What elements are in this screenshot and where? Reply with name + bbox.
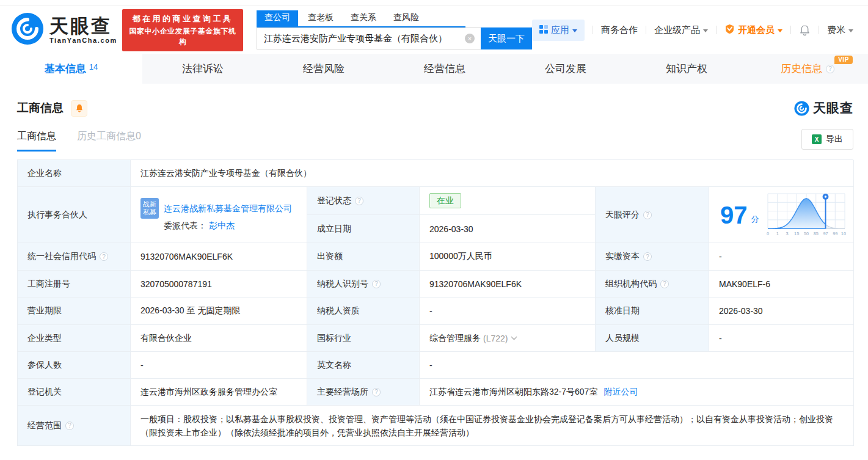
tab-count: 14 xyxy=(89,62,98,71)
svg-text:99: 99 xyxy=(833,231,837,236)
help-icon[interactable]: ? xyxy=(65,422,74,430)
fund-manager-badge: 战新 私募 xyxy=(140,198,159,219)
company-type-value: 有限合伙企业 xyxy=(131,325,307,352)
apps-menu[interactable]: 应用 xyxy=(532,20,585,41)
tab-operation-risk[interactable]: 经营风险 xyxy=(263,54,384,84)
search-button[interactable]: 天眼一下 xyxy=(481,27,532,49)
clear-search-icon[interactable]: × xyxy=(465,34,475,43)
bell-icon xyxy=(799,24,811,36)
paid-capital-label: 实缴资本? xyxy=(596,243,709,271)
establish-date-label: 成立日期 xyxy=(307,215,420,243)
taxpayer-id-label: 纳税人识别号? xyxy=(307,271,420,298)
search-tab-relation[interactable]: 查关系 xyxy=(351,10,376,26)
tab-operation-info[interactable]: 经营信息 xyxy=(384,54,505,84)
taxpayer-qualification-label: 纳税人资质 xyxy=(307,298,420,325)
business-term-value: 2026-03-30 至 无固定期限 xyxy=(131,298,307,325)
tianyancha-logo[interactable]: 天眼查 TianYanCha.com xyxy=(11,12,117,48)
tab-label: 基本信息 xyxy=(45,62,86,76)
tab-label: 历史信息 xyxy=(781,62,822,76)
capital-value: 100000万人民币 xyxy=(420,243,596,271)
uscc-label: 统一社会信用代码? xyxy=(18,243,131,271)
tianyan-score-label: 天眼评分 ? xyxy=(596,187,709,243)
establish-date-value: 2026-03-30 xyxy=(420,215,596,243)
svg-text:1: 1 xyxy=(776,231,778,236)
monitor-bell-button[interactable] xyxy=(71,100,87,117)
help-icon[interactable]: ? xyxy=(372,388,381,396)
help-icon[interactable]: ? xyxy=(826,65,834,73)
score-unit: 分 xyxy=(751,214,759,225)
search-input[interactable] xyxy=(257,27,481,49)
company-name-label: 企业名称 xyxy=(18,160,131,187)
promo-line1: 都在用的商业查询工具 xyxy=(128,13,237,24)
delegate-label: 委派代表： xyxy=(164,221,206,230)
divider xyxy=(716,26,717,34)
industry-label: 国标行业 xyxy=(307,325,420,352)
tab-legal-litigation[interactable]: 法律诉讼 xyxy=(142,54,263,84)
subtab-history-business-info[interactable]: 历史工商信息0 xyxy=(77,130,141,152)
subtab-business-info[interactable]: 工商信息 xyxy=(17,130,56,152)
score-distribution-chart: 0 1 3 15 50 85 97 99 100 xyxy=(767,191,846,238)
staff-size-value: - xyxy=(709,325,854,352)
chevron-down-icon[interactable] xyxy=(511,334,517,340)
username: 费米 xyxy=(827,24,845,36)
tianyancha-logo-icon xyxy=(11,12,44,48)
divider xyxy=(646,26,646,34)
promo-line2: 国家中小企业发展子基金旗下机构 xyxy=(128,26,237,47)
divider xyxy=(790,26,791,34)
cooperation-menu[interactable]: 商务合作 xyxy=(601,24,638,36)
help-icon[interactable]: ? xyxy=(372,280,381,288)
delegate-name-link[interactable]: 彭中杰 xyxy=(209,221,235,230)
paid-capital-value: - xyxy=(709,243,854,271)
business-term-label: 营业期限 xyxy=(18,298,131,325)
chevron-down-icon xyxy=(572,29,577,32)
registration-authority-label: 登记机关 xyxy=(18,379,131,406)
industry-value[interactable]: 综合管理服务 (L722) xyxy=(420,325,596,352)
svg-text:50: 50 xyxy=(803,231,808,236)
chevron-down-icon xyxy=(703,29,708,32)
staff-size-label: 人员规模 xyxy=(596,325,709,352)
help-icon[interactable]: ? xyxy=(660,280,669,288)
svg-text:15: 15 xyxy=(794,231,799,236)
taxpayer-id-value: 91320706MAK90ELF6K xyxy=(420,271,596,298)
org-code-label: 组织机构代码? xyxy=(596,271,709,298)
help-icon[interactable]: ? xyxy=(643,211,652,219)
business-scope-value: 一般项目：股权投资；以私募基金从事股权投资、投资管理、资产管理等活动（须在中国证… xyxy=(131,406,854,446)
svg-text:100: 100 xyxy=(841,231,845,236)
export-label: 导出 xyxy=(826,134,843,145)
help-icon[interactable]: ? xyxy=(355,197,363,205)
export-button[interactable]: X 导出 xyxy=(801,129,853,150)
uscc-value: 91320706MAK90ELF6K xyxy=(131,243,307,271)
tab-company-development[interactable]: 公司发展 xyxy=(505,54,626,84)
member-label: 开通会员 xyxy=(738,24,775,36)
registration-number-label: 工商注册号 xyxy=(18,271,131,298)
user-menu[interactable]: 费米 xyxy=(827,24,853,36)
english-name-value: - xyxy=(420,352,854,379)
approval-date-value: 2026-03-30 xyxy=(709,298,854,325)
tab-history-info[interactable]: VIP 历史信息 ? xyxy=(747,54,868,84)
search-tab-risk[interactable]: 查风险 xyxy=(393,10,419,26)
registration-status-value: 在业 xyxy=(420,187,596,215)
nearby-companies-link[interactable]: 附近公司 xyxy=(604,387,638,398)
header-menu: 应用 商务合作 企业级产品 开通会员 费米 xyxy=(532,20,853,41)
taxpayer-qualification-value: - xyxy=(420,298,596,325)
apps-label: 应用 xyxy=(551,24,569,36)
site-header: 天眼查 TianYanCha.com 都在用的商业查询工具 国家中小企业发展子基… xyxy=(0,6,868,54)
logo-en-text: TianYanCha.com xyxy=(49,37,117,44)
partner-company-link[interactable]: 连云港战新私募基金管理有限公司 xyxy=(164,202,299,214)
enterprise-menu[interactable]: 企业级产品 xyxy=(654,24,708,36)
chevron-down-icon xyxy=(778,29,782,32)
search-tab-boss[interactable]: 查老板 xyxy=(308,10,334,26)
svg-text:3: 3 xyxy=(786,231,788,236)
svg-text:0: 0 xyxy=(767,231,769,236)
notification-bell[interactable] xyxy=(799,24,811,36)
tab-intellectual-property[interactable]: 知识产权 xyxy=(626,54,747,84)
help-icon[interactable]: ? xyxy=(643,252,652,261)
member-menu[interactable]: 开通会员 xyxy=(724,24,782,36)
help-icon[interactable]: ? xyxy=(100,252,108,261)
search-tab-company[interactable]: 查公司 xyxy=(257,10,298,26)
business-info-table: 企业名称 江苏连云港安防产业专项母基金（有限合伙） 执行事务合伙人 战新 私募 … xyxy=(17,159,853,446)
tab-basic-info[interactable]: 基本信息 14 xyxy=(0,54,142,84)
score-value: 97 xyxy=(720,203,748,227)
excel-icon: X xyxy=(812,134,822,144)
apps-grid-icon xyxy=(539,25,548,35)
